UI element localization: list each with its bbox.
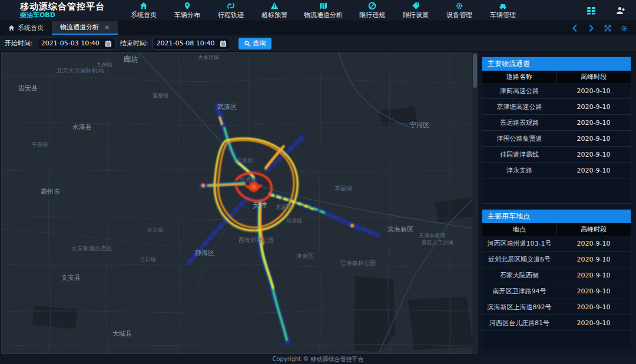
main-content: 廊坊北京大兴国际机场九州镇大孟庄镇落垡镇固安县武清区永清县牛驼镇宁河区北辰区红桥… [0,52,636,354]
start-time-input[interactable]: 2021-05-03 10:40 [38,38,115,49]
map-place-label: 廊坊 [123,55,138,64]
app-title: 移动源综合管控平台 [20,2,105,12]
map-place-label: 武清区 [217,103,237,111]
search-icon [244,41,250,47]
calendar-icon[interactable] [220,40,227,47]
map-place-label: 文安县 [61,274,81,282]
map-place-label: 北辰区 [236,157,254,164]
map-place-label: 九州镇 [97,62,112,68]
car-icon [499,2,507,10]
map-place-label: 天津 [252,201,267,210]
table-row[interactable]: 滨海新区上海道892号2020-9-10 [482,299,631,315]
map-background [2,52,478,353]
row-name-cell: 佳园道津霸线 [482,147,556,162]
calendar-icon[interactable] [105,40,112,47]
gear-icon [455,2,463,10]
map-place-label: 滨海新区 [387,226,413,233]
start-time-label: 开始时间: [5,39,33,48]
row-name-cell: 河西区台儿庄路81号 [482,315,556,330]
row-name-cell: 滨海新区上海道892号 [482,299,556,315]
table-row[interactable]: 津蓟高速公路2020-9-10 [482,83,631,99]
end-time-input[interactable]: 2021-05-08 10:40 [153,38,230,49]
nav-item-ban[interactable]: 限行违规 [358,2,386,19]
tab-close-icon[interactable]: × [104,24,110,31]
chevron-left-icon[interactable] [571,25,578,32]
row-peak-cell: 2020-9-10 [556,115,631,130]
map-place-label: 西青郊野公园 [238,237,274,243]
nav-item-tag[interactable]: 限行设置 [402,2,430,19]
column-header: 高峰时段 [556,71,631,83]
ban-icon [368,2,376,10]
nav-item-map[interactable]: 物流通道分析 [304,2,343,19]
user-add-icon[interactable] [616,6,625,15]
table-row[interactable]: 南开区卫津路94号2020-9-10 [482,283,631,299]
map-scrollbar[interactable] [472,52,478,354]
panel-title: 主要用车地点 [482,210,631,223]
column-header: 道路名称 [482,71,556,83]
table-row[interactable]: 河西区琼州道103-1号2020-9-10 [482,236,631,252]
pin-icon [183,2,191,10]
row-peak-cell: 2020-9-10 [556,252,631,267]
map-place-label: 双港镇 [286,218,302,224]
nav-item-warning[interactable]: 超标预警 [260,2,289,19]
warning-icon [270,2,279,10]
scrollbar-thumb[interactable] [473,54,477,88]
nav-item-gear[interactable]: 设备管理 [445,2,473,19]
map-place-label: 落垡镇 [153,92,168,98]
panel-title: 主要物流通道 [482,57,631,71]
nav-item-label: 系统首页 [131,11,157,19]
map-place-label: 红桥区 [240,177,256,183]
nav-item-label: 超标预警 [261,11,287,19]
nav-item-pin[interactable]: 车辆分布 [173,2,201,19]
top-header: 移动源综合管控平台 柴油车OBD 系统首页车辆分布行程轨迹超标预警物流通道分析限… [0,0,636,21]
row-peak-cell: 2020-9-10 [556,267,631,283]
map-place-label: 东丽区 [276,204,293,210]
app-subtitle: 柴油车OBD [20,12,105,19]
row-peak-cell: 2020-9-10 [556,283,631,299]
grid-menu-icon[interactable] [587,6,596,15]
table-row[interactable]: 景远路景观路2020-9-10 [482,115,631,131]
table-row[interactable]: 京津塘高速公路2020-9-10 [482,99,631,115]
query-button[interactable]: 查询 [238,38,271,49]
copyright-text: Copyright © 移动源综合管控平台 [272,355,363,363]
table-row[interactable]: 河西区台儿庄路81号2020-9-10 [482,315,631,331]
nav-item-label: 车辆分布 [174,11,200,19]
tab-system-home[interactable]: 系统首页 [0,21,52,35]
settings-gear-icon[interactable] [621,25,628,32]
home-icon [140,2,148,10]
row-peak-cell: 2020-9-10 [556,99,631,114]
table-row[interactable]: 石家大院西侧2020-9-10 [482,267,631,283]
table-header: 道路名称高峰时段 [482,71,631,83]
filter-bar: 开始时间: 2021-05-03 10:40 结束时间: 2021-05-08 … [0,35,636,52]
nav-item-car[interactable]: 车辆管理 [489,2,517,19]
row-name-cell: 津围公路集贤道 [482,131,556,146]
tag-icon [412,2,420,10]
map-icon [319,2,327,10]
nav-item-home[interactable]: 系统首页 [130,2,158,19]
chevron-right-icon[interactable] [588,25,595,32]
nav-item-label: 限行设置 [403,11,429,19]
map-place-label: 静海区 [195,249,214,257]
fullscreen-icon[interactable] [604,25,611,32]
end-time-label: 结束时间: [120,39,148,48]
table-row[interactable]: 近郊北辰区顺义道6号2020-9-10 [482,252,631,267]
query-button-label: 查询 [253,39,266,48]
row-name-cell: 石家大院西侧 [482,267,556,283]
heatmap-map[interactable]: 廊坊北京大兴国际机场九州镇大孟庄镇落垡镇固安县武清区永清县牛驼镇宁河区北辰区红桥… [1,52,478,354]
table-row[interactable]: 津围公路集贤道2020-9-10 [482,131,631,147]
nav-item-route[interactable]: 行程轨迹 [217,2,245,19]
table-row[interactable]: 津永支路2020-9-10 [482,163,631,178]
tab-logistics-analysis[interactable]: 物流通道分析 × [52,21,118,35]
nav-item-label: 车辆管理 [490,11,516,19]
map-place-label: 牛驼镇 [32,141,48,147]
nav-item-label: 限行违规 [359,11,385,19]
table-row[interactable]: 佳园道津霸线2020-9-10 [482,147,631,163]
header-right-icons [587,6,625,15]
map-place-label: 津南区 [296,253,314,259]
logistics-channels-panel: 主要物流通道道路名称高峰时段津蓟高速公路2020-9-10京津塘高速公路2020… [482,57,631,204]
map-place-label: 永清县 [72,123,92,131]
tab-label: 系统首页 [18,24,44,32]
vehicle-locations-panel: 主要用车地点地点高峰时段河西区琼州道103-1号2020-9-10近郊北辰区顺义… [482,209,631,349]
row-peak-cell: 2020-9-10 [556,147,631,162]
row-name-cell: 河西区琼州道103-1号 [482,236,556,251]
